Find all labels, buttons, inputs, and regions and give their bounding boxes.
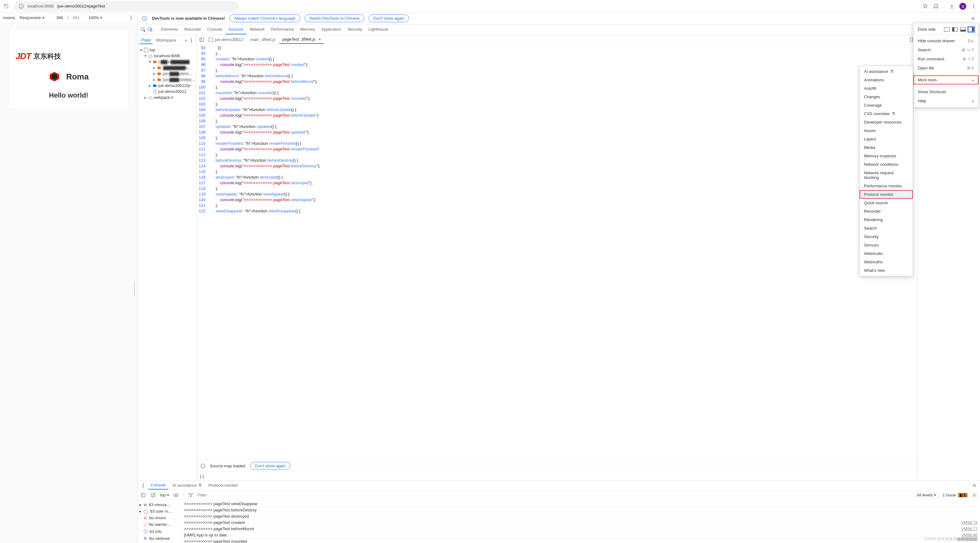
profile-avatar[interactable]: q [959,3,966,10]
tree-row[interactable]: ▾localhost:8096 [138,53,196,59]
devtools-tab-application[interactable]: Application [318,25,345,34]
devtools-tab-network[interactable]: Network [247,25,268,34]
banner-switch-button[interactable]: Switch DevTools to Chinese [305,14,364,22]
submenu-item-security[interactable]: Security [860,232,913,241]
devtools-tab-performance[interactable]: Performance [268,25,297,34]
context-select[interactable]: top ▾ [160,493,169,497]
devtools-tab-console[interactable]: Console [204,25,226,34]
drawer-tab-protocol[interactable]: Protocol monitor [206,481,241,489]
source-map-dont-show-button[interactable]: Don't show again [250,462,291,470]
console-sidebar[interactable]: ▸ ≣ 63 messa…▸ ◯ 63 user m… ⊘ No errors … [138,500,181,543]
submenu-item-webaudio[interactable]: WebAudio [860,249,913,258]
devtools-tab-memory[interactable]: Memory [298,25,318,34]
console-filter-row[interactable]: ▸ ◯ 63 user m… [138,508,180,514]
extensions-icon[interactable] [933,3,939,10]
submenu-item-changes[interactable]: Changes [860,92,913,101]
devtools-tab-elements[interactable]: Elements [158,25,181,34]
console-message[interactable]: >>>>>>>>>>>> pageTest beforeDestroy [184,507,977,513]
drawer-tab-ai[interactable]: AI assistance ⚗ [170,481,204,489]
console-settings-icon[interactable] [971,492,977,498]
submenu-item-network-request-blocking[interactable]: Network request blocking [860,169,913,182]
tree-row[interactable]: ▸webpack:// [138,94,196,100]
tree-row[interactable]: ▸j▇▇▇▇▇▇▇e… [138,65,196,71]
viewport-height[interactable]: 881 [73,15,80,20]
devtools-tab-security[interactable]: Security [344,25,365,34]
tree-row[interactable]: ▸jue-▇▇▇ule/m… [138,71,196,76]
menu-item-search[interactable]: Search⌘ ⌥ F [913,45,978,54]
submenu-item-memory-inspector[interactable]: Memory inspector [860,152,913,160]
sources-tab-menu-icon[interactable] [188,37,194,43]
code-editor[interactable]: 9394959697989910010110210310410510610710… [197,45,917,460]
resize-handle[interactable] [134,283,136,296]
submenu-item-sensors[interactable]: Sensors [860,241,913,249]
devtools-tab-recorder[interactable]: Recorder [181,25,204,34]
dock-bottom[interactable] [960,27,966,32]
menu-item-more-tools[interactable]: More tools▸ [913,75,978,84]
submenu-item-ai-assistance[interactable]: AI assistance⚗ [860,67,913,76]
levels-select[interactable]: All levels ▾ [914,492,939,498]
sources-more-tabs-icon[interactable]: » [185,38,187,43]
submenu-item-what's-new[interactable]: What's new [860,266,913,275]
submenu-item-performance-monitor[interactable]: Performance monitor [860,182,913,190]
format-code-button[interactable]: { } [197,472,917,481]
dimensions-select[interactable]: nsions: Responsive ▾ [3,15,45,20]
sources-page-tab[interactable]: Page [140,36,153,44]
submenu-item-animations[interactable]: Animations [860,76,913,84]
dock-right[interactable] [969,27,974,32]
drawer-close-icon[interactable] [971,482,977,489]
submenu-item-coverage[interactable]: Coverage [860,101,913,110]
omnibox[interactable]: localhost:8096/jue-demo30012#pageTest [14,1,239,11]
inspect-icon[interactable] [140,27,146,33]
file-tab[interactable]: main_3f9e6.js [247,36,278,43]
submenu-item-media[interactable]: Media [860,143,913,152]
editor-nav-icon[interactable] [199,37,205,43]
console-message[interactable]: >>>>>>>>>>>> pageTest beforeMountVM98:77 [184,526,977,532]
zoom-select[interactable]: 100% ▾ [89,15,102,20]
devtools-tab-lighthouse[interactable]: Lighthouse [365,25,391,34]
reload-icon[interactable] [3,3,10,10]
banner-match-button[interactable]: Always match Chrome's language [229,14,300,22]
browser-menu-icon[interactable] [970,3,977,10]
console-messages[interactable]: >>>>>>>>>>>> pageTest viewDisappear>>>>>… [181,500,980,543]
submenu-item-layers[interactable]: Layers [860,135,913,143]
sources-workspace-tab[interactable]: Workspace [154,37,178,44]
console-filter-row[interactable]: ▸ ≣ 63 messa… [138,502,180,508]
menu-item-hide-console-drawer[interactable]: Hide console drawerEsc [913,36,978,45]
console-sidebar-toggle-icon[interactable] [140,492,146,498]
submenu-item-css-overview[interactable]: CSS overview⚗ [860,110,913,118]
submenu-item-rendering[interactable]: Rendering [860,215,913,224]
tree-row[interactable]: ▸jue-▇▇▇o/relea… [138,76,196,83]
filter-input[interactable] [197,493,291,497]
dock-left[interactable] [952,27,958,32]
console-filter-row[interactable]: △ No warnin… [138,521,180,528]
banner-dont-show-button[interactable]: Don't show again [369,14,409,22]
viewport-width[interactable]: 386 [56,15,63,20]
submenu-item-issues[interactable]: Issues [860,126,913,135]
banner-close-icon[interactable] [970,15,976,22]
drawer-tab-console[interactable]: Console [148,481,168,489]
file-tab[interactable]: jue-demo30012 [205,36,246,43]
file-tab[interactable]: pageTest_3f9e6.js× [279,35,324,44]
menu-item-show-shortcuts[interactable]: Show Shortcuts [913,87,978,96]
file-tree[interactable]: ▾top▾localhost:8096▾U▇▇s/▇▇▇▇▇▇▸j▇▇▇▇▇▇▇… [138,46,196,481]
submenu-item-autofill[interactable]: Autofill [860,84,913,92]
console-filter-row[interactable]: ⓘ 63 info [138,528,180,535]
tree-row[interactable]: ▾U▇▇s/▇▇▇▇▇▇ [138,59,196,65]
submenu-item-search[interactable]: Search [860,224,913,232]
live-expression-icon[interactable] [173,492,179,498]
star-icon[interactable] [922,3,928,10]
submenu-item-developer-resources[interactable]: Developer resources [860,118,913,126]
issues-label[interactable]: 1 Issue: ◧ 1 [943,493,967,497]
menu-item-open-file[interactable]: Open file⌘ P [913,64,978,73]
console-message[interactable]: >>>>>>>>>>>> pageTest createdVM98:74 [184,519,977,526]
console-message[interactable]: >>>>>>>>>>>> pageTest viewDisappear [184,501,977,507]
tree-row[interactable]: jue-demo30012 [138,89,196,94]
download-icon[interactable] [949,3,955,10]
device-more-icon[interactable] [128,15,134,21]
devtools-tab-sources[interactable]: Sources [226,25,247,34]
drawer-menu-icon[interactable] [140,482,146,489]
page-preview[interactable]: JDT 京东科技 Roma Hello world! [10,29,128,109]
tree-row[interactable]: ▾top [138,47,196,53]
submenu-item-quick-source[interactable]: Quick source [860,199,913,207]
menu-item-help[interactable]: Help▸ [913,96,978,105]
